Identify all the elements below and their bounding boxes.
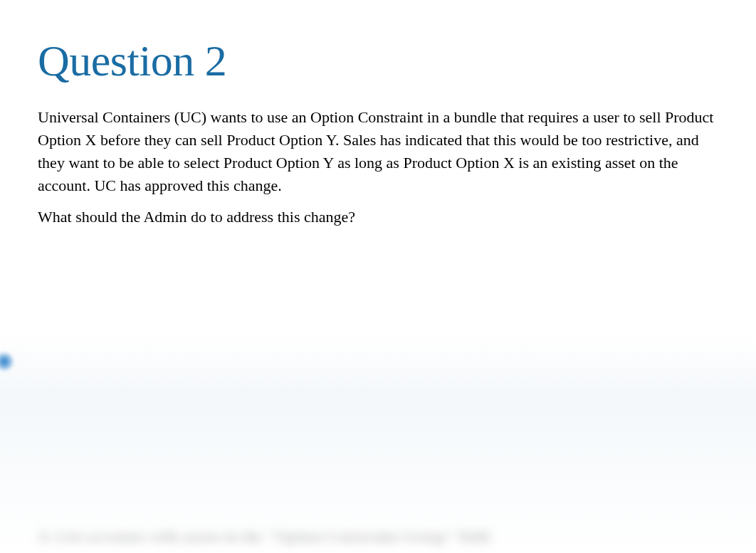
question-heading: Question 2 xyxy=(38,36,720,86)
blurred-answer-text: A. List accounts with assets in the "Opt… xyxy=(38,527,493,546)
question-prompt: What should the Admin do to address this… xyxy=(38,206,720,228)
glow-indicator-icon xyxy=(0,352,14,372)
question-body: Universal Containers (UC) wants to use a… xyxy=(38,106,720,197)
answer-blur-overlay: A. List accounts with assets in the "Opt… xyxy=(0,329,756,553)
